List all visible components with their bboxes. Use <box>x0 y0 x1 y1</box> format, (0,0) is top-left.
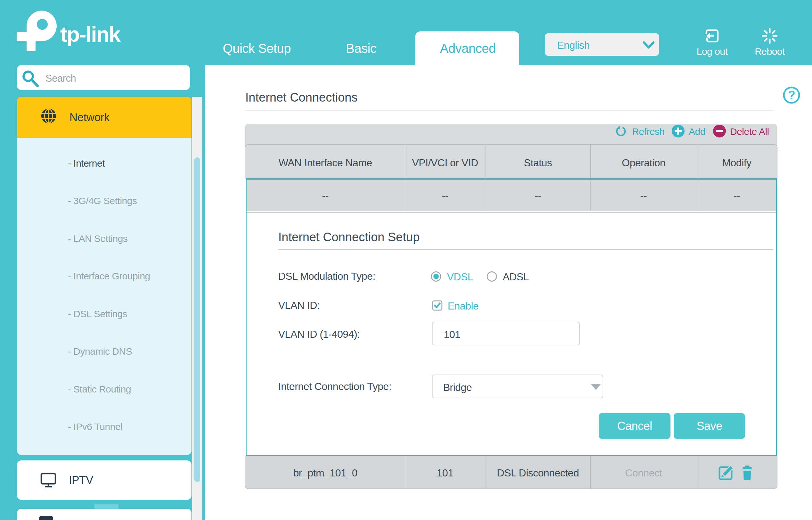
svg-text:?: ? <box>788 88 795 102</box>
svg-text:tp-link: tp-link <box>60 22 121 46</box>
